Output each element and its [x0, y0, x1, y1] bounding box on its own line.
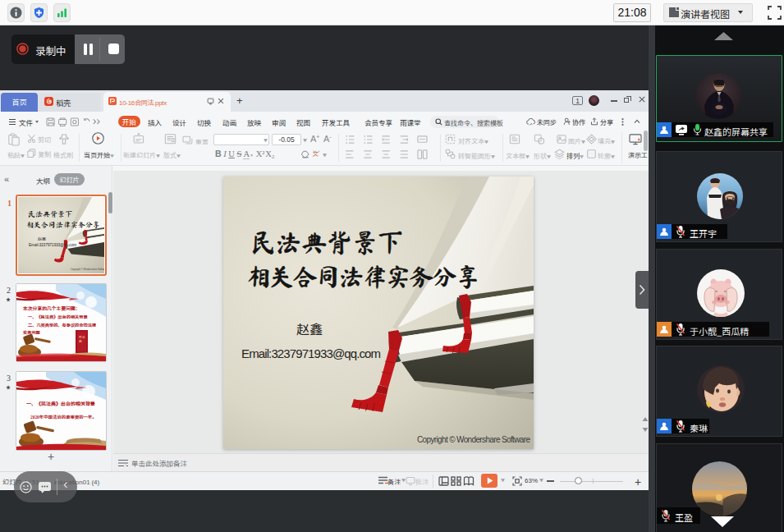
svg-text:本次分享的几个主要问题：: 本次分享的几个主要问题：	[22, 305, 80, 312]
svg-text:一、《民法典》出台的相关背景: 一、《民法典》出台的相关背景	[28, 314, 88, 319]
svg-text:二、几类典型的、有争议的合同法律: 二、几类典型的、有争议的合同法律	[28, 322, 97, 328]
svg-text:赵鑫: 赵鑫	[38, 236, 46, 241]
svg-text:一、《民法典》出台的相关背景: 一、《民法典》出台的相关背景	[26, 400, 95, 407]
svg-text:Copyright © Wondershare Softwa: Copyright © Wondershare Software	[71, 268, 104, 271]
svg-text:民法典背景下: 民法典背景下	[250, 230, 403, 255]
svg-text:典: 典	[79, 339, 82, 343]
svg-text:实务问题: 实务问题	[23, 329, 41, 335]
svg-text:赵鑫: 赵鑫	[296, 319, 323, 338]
svg-text:相关合同法律实务分享: 相关合同法律实务分享	[246, 264, 480, 289]
svg-text:Email:3237971933@qq.com: Email:3237971933@qq.com	[29, 243, 76, 247]
svg-text:2020年中国法治的最重要的一年。: 2020年中国法治的最重要的一年。	[30, 414, 97, 420]
svg-text:相关合同法律实务分享: 相关合同法律实务分享	[26, 221, 100, 229]
svg-text:Email:3237971933@qq.com: Email:3237971933@qq.com	[241, 346, 381, 360]
svg-text:民法典背景下: 民法典背景下	[28, 210, 72, 218]
svg-text:Copyright © Wondershare Softwa: Copyright © Wondershare Software	[417, 435, 530, 444]
